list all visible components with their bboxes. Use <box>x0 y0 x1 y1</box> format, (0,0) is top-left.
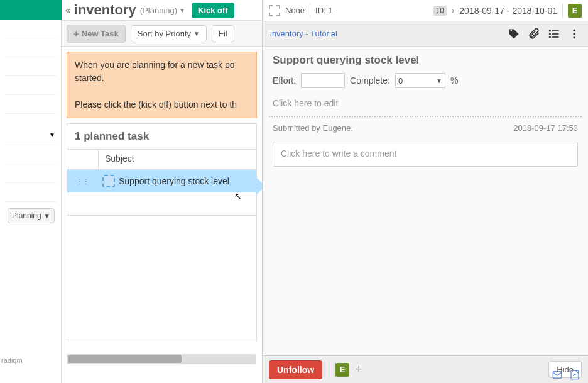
submitted-timestamp: 2018-09-17 17:53 <box>513 123 578 133</box>
note-icon[interactable] <box>569 369 580 380</box>
planning-stage-pill[interactable]: Planning ▼ <box>8 208 55 223</box>
sidebar-divider <box>5 57 57 57</box>
sidebar-divider <box>5 201 57 202</box>
date-range[interactable]: 2018-09-17 - 2018-10-01 <box>459 6 557 16</box>
planned-tasks-header: 1 planned task <box>67 123 257 150</box>
description-placeholder[interactable]: Click here to edit <box>263 96 588 116</box>
new-task-label: New Task <box>82 29 119 38</box>
comment-input[interactable]: Click here to write a comment <box>273 142 578 167</box>
main-column: « inventory (Planning) ▼ Kick off + New … <box>62 0 262 383</box>
count-badge[interactable]: 10 <box>433 6 447 16</box>
caret-down-icon: ▼ <box>44 213 50 219</box>
list-icon[interactable] <box>548 28 560 40</box>
banner-line: started. <box>75 72 249 85</box>
scrollbar-thumb[interactable] <box>68 355 182 363</box>
detail-panel: None ID: 1 10 › 2018-09-17 - 2018-10-01 … <box>262 0 588 383</box>
banner-line: When you are planning for a new task po <box>75 58 249 72</box>
table-header-subject[interactable]: Subject <box>99 150 256 169</box>
sort-button[interactable]: Sort by Priority ▼ <box>131 25 207 42</box>
filter-label: Fil <box>219 29 227 38</box>
caret-down-icon: ▼ <box>193 30 200 37</box>
filter-button[interactable]: Fil <box>212 25 234 42</box>
svg-point-6 <box>573 29 575 31</box>
submitted-by: Submitted by Eugene. <box>273 123 353 133</box>
breadcrumb[interactable]: inventory - Tutorial <box>270 29 337 38</box>
row-subject-cell: Support querying stock level <box>99 175 256 187</box>
kickoff-button[interactable]: Kick off <box>192 3 234 18</box>
svg-point-8 <box>573 36 575 38</box>
plus-icon: + <box>74 28 79 39</box>
detail-breadcrumb-bar: inventory - Tutorial <box>263 21 588 47</box>
mail-icon[interactable] <box>552 369 563 380</box>
sidebar-divider <box>5 75 57 76</box>
new-task-button[interactable]: + New Task <box>67 25 126 43</box>
more-icon[interactable] <box>568 28 580 40</box>
task-id: ID: 1 <box>315 6 332 15</box>
assignee-none[interactable]: None <box>285 6 305 15</box>
table-row[interactable]: ⋮⋮ Support querying stock level <box>67 170 256 192</box>
main-header: « inventory (Planning) ▼ Kick off <box>62 0 262 20</box>
complete-label: Complete: <box>350 75 390 86</box>
sidebar-divider <box>5 113 57 114</box>
task-table: Subject ⋮⋮ Support querying stock level <box>67 150 257 216</box>
table-header-handle <box>67 150 99 169</box>
svg-point-4 <box>550 33 551 35</box>
sidebar-divider <box>5 164 57 164</box>
task-title[interactable]: Support querying stock level <box>263 47 588 70</box>
table-row-empty <box>67 192 256 215</box>
sidebar-divider <box>5 94 57 95</box>
brand-text: radigm <box>1 357 23 364</box>
sidebar-divider <box>5 145 57 145</box>
follower-avatar[interactable]: E <box>335 363 349 377</box>
caret-down-icon: ▼ <box>179 7 185 14</box>
toolbar: + New Task Sort by Priority ▼ Fil <box>62 20 262 47</box>
separator <box>562 4 563 18</box>
svg-rect-9 <box>553 372 562 379</box>
tag-icon[interactable] <box>508 28 520 40</box>
project-status-badge[interactable]: (Planning) ▼ <box>140 6 185 15</box>
submitted-info: Submitted by Eugene. 2018-09-17 17:53 <box>263 117 588 139</box>
banner-line: Please click the (kick off) button next … <box>75 98 249 111</box>
complete-select[interactable]: 0 ▼ <box>395 73 445 88</box>
attachment-icon[interactable] <box>528 28 540 40</box>
task-subject-text: Support querying stock level <box>119 176 229 186</box>
complete-value: 0 <box>398 76 403 86</box>
drag-handle-icon[interactable]: ⋮⋮ <box>67 178 99 185</box>
sidebar-divider <box>5 38 57 38</box>
planning-stage-label: Planning <box>12 211 41 220</box>
sort-label: Sort by Priority <box>138 29 191 38</box>
sidebar-divider <box>5 182 57 183</box>
svg-point-5 <box>550 36 551 38</box>
detail-footer: Unfollow E + Hide <box>263 355 588 383</box>
percent-label: % <box>450 75 458 86</box>
svg-point-7 <box>573 33 575 35</box>
horizontal-scrollbar[interactable] <box>67 354 256 364</box>
bottom-tray-icons <box>552 369 580 380</box>
separator <box>329 363 329 377</box>
avatar[interactable]: E <box>568 4 582 18</box>
collapse-sidebar-icon[interactable]: « <box>65 5 70 15</box>
chevron-right-icon: › <box>452 6 454 15</box>
project-status-label: (Planning) <box>140 6 177 15</box>
effort-input[interactable] <box>301 73 345 88</box>
task-fields-row: Effort: Complete: 0 ▼ % <box>263 70 588 96</box>
unfollow-button[interactable]: Unfollow <box>269 360 322 379</box>
separator <box>310 4 310 18</box>
svg-point-3 <box>550 30 551 31</box>
cursor-icon: ↖ <box>234 191 242 201</box>
sidebar-dropdown-icon[interactable]: ▼ <box>49 128 55 135</box>
task-status-icon <box>102 175 115 187</box>
effort-label: Effort: <box>273 75 296 86</box>
project-title: inventory <box>74 2 136 18</box>
app-brand-stripe <box>0 0 62 20</box>
left-sidebar: ▼ Planning ▼ radigm <box>0 0 62 383</box>
task-status-icon[interactable] <box>269 5 280 16</box>
caret-down-icon: ▼ <box>436 77 442 84</box>
add-follower-button[interactable]: + <box>356 363 362 376</box>
table-empty-area <box>67 216 257 341</box>
info-banner: When you are planning for a new task po … <box>67 52 257 118</box>
table-header-row: Subject <box>67 150 256 170</box>
detail-action-icons <box>508 28 580 40</box>
detail-topbar: None ID: 1 10 › 2018-09-17 - 2018-10-01 … <box>263 0 588 21</box>
